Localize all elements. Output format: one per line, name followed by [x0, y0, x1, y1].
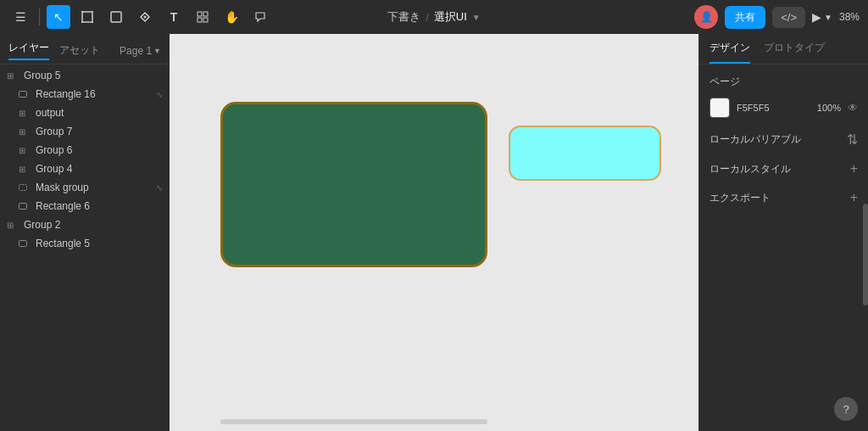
right-panel-scrollbar[interactable]	[863, 204, 868, 305]
local-variables-label: ローカルバリアブル	[709, 132, 801, 147]
file-name[interactable]: 選択UI	[434, 9, 467, 25]
local-styles-label: ローカルスタイル	[709, 162, 791, 176]
group6-icon: ⊞	[19, 146, 31, 155]
canvas-content	[170, 34, 698, 431]
page-dropdown-icon: ▼	[153, 47, 161, 55]
toolbar: ☰ ↖ T	[0, 0, 868, 34]
component-tool-icon[interactable]	[191, 5, 214, 29]
group5-label: Group 5	[24, 70, 163, 81]
layer-list: ⊞ Group 5 Rectangle 16 ∿ ⊞ output ⊞ Grou…	[0, 64, 170, 431]
group4-icon: ⊞	[19, 165, 31, 174]
svg-rect-5	[111, 12, 121, 22]
design-tab[interactable]: デザイン	[709, 41, 750, 64]
local-variables-row: ローカルバリアブル ⇅	[709, 132, 858, 148]
page-section-title: ページ	[709, 75, 858, 89]
local-variables-sort-icon[interactable]: ⇅	[847, 132, 858, 148]
group2-icon: ⊞	[7, 221, 19, 230]
maskgroup-label: Mask group	[36, 182, 151, 193]
play-button[interactable]: ▶ ▼	[812, 10, 832, 24]
page-color-value[interactable]: F5F5F5	[737, 103, 810, 113]
rect5-icon	[19, 239, 31, 249]
rect16-label: Rectangle 16	[36, 88, 151, 100]
draft-label: 下書き	[387, 9, 420, 25]
text-tool-icon[interactable]: T	[162, 5, 186, 29]
svg-rect-9	[198, 18, 202, 22]
export-label: エクスポート	[709, 191, 771, 205]
toolbar-center: 下書き / 選択UI ▼	[387, 9, 481, 25]
zoom-button[interactable]: 38%	[839, 11, 860, 23]
frame-tool-icon[interactable]	[75, 5, 99, 29]
layer-item-group6[interactable]: ⊞ Group 6	[0, 141, 170, 160]
rect5-label: Rectangle 5	[36, 238, 163, 249]
maskgroup-actions: ∿	[156, 183, 163, 193]
share-button[interactable]: 共有	[725, 6, 765, 29]
prototype-tab[interactable]: プロトタイプ	[764, 41, 825, 64]
rect6-label: Rectangle 6	[36, 200, 163, 212]
toolbar-left: ☰ ↖ T	[8, 5, 272, 29]
page-opacity[interactable]: 100%	[817, 103, 841, 113]
rect16-actions: ∿	[156, 90, 163, 99]
group7-icon: ⊞	[19, 127, 31, 137]
page-color-row: F5F5F5 100% 👁	[709, 98, 858, 118]
page-color-swatch[interactable]	[709, 98, 730, 118]
rect6-icon	[19, 202, 31, 211]
group4-label: Group 4	[36, 163, 163, 175]
export-row: エクスポート +	[709, 190, 858, 205]
group6-label: Group 6	[36, 144, 163, 156]
user-avatar[interactable]: 👤	[694, 5, 718, 29]
svg-rect-14	[19, 240, 27, 246]
layer-item-group2[interactable]: ⊞ Group 2	[0, 216, 170, 234]
left-panel-tabs: レイヤー アセット Page 1 ▼	[0, 34, 170, 64]
layers-tab[interactable]: レイヤー	[8, 41, 49, 60]
svg-rect-8	[203, 12, 208, 16]
menu-icon[interactable]: ☰	[8, 5, 32, 29]
layer-item-group7[interactable]: ⊞ Group 7	[0, 122, 170, 141]
output-icon: ⊞	[19, 109, 31, 118]
local-styles-row: ローカルスタイル +	[709, 161, 858, 176]
layer-item-maskgroup[interactable]: Mask group ∿	[0, 178, 170, 197]
group7-label: Group 7	[36, 126, 163, 137]
layer-item-output[interactable]: ⊞ output	[0, 104, 170, 122]
visibility-icon[interactable]: 👁	[848, 102, 858, 114]
local-styles-add-icon[interactable]: +	[850, 161, 858, 176]
divider-1	[39, 8, 40, 25]
layer-item-rectangle16[interactable]: Rectangle 16 ∿	[0, 85, 170, 104]
pen-tool-icon[interactable]	[133, 5, 157, 29]
right-panel-content: ページ F5F5F5 100% 👁 ローカルバリアブル ⇅ ローカルスタイル +…	[699, 64, 868, 431]
group2-label: Group 2	[24, 219, 163, 231]
svg-rect-11	[19, 91, 27, 97]
right-panel: デザイン プロトタイプ ページ F5F5F5 100% 👁 ローカルバリアブル …	[698, 34, 868, 431]
export-add-icon[interactable]: +	[850, 190, 858, 205]
main-layout: レイヤー アセット Page 1 ▼ ⊞ Group 5 Rectangle 1…	[0, 34, 868, 431]
svg-rect-0	[82, 12, 92, 22]
layer-item-group5[interactable]: ⊞ Group 5	[0, 66, 170, 85]
svg-rect-7	[198, 12, 202, 16]
separator: /	[426, 11, 429, 24]
toolbar-right: 👤 共有 </> ▶ ▼ 38%	[694, 5, 860, 29]
right-panel-tabs: デザイン プロトタイプ	[699, 34, 868, 64]
maskgroup-icon	[19, 183, 31, 193]
svg-rect-12	[19, 184, 27, 190]
layer-item-rectangle6[interactable]: Rectangle 6	[0, 197, 170, 216]
svg-rect-10	[203, 18, 208, 22]
canvas-scrollbar-horizontal[interactable]	[220, 419, 487, 424]
help-button[interactable]: ?	[834, 397, 858, 421]
dropdown-icon[interactable]: ▼	[472, 13, 481, 22]
cyan-rectangle[interactable]	[509, 126, 661, 181]
rect16-icon	[19, 90, 31, 99]
hand-tool-icon[interactable]: ✋	[220, 5, 243, 29]
svg-point-6	[144, 16, 147, 19]
layer-item-group4[interactable]: ⊞ Group 4	[0, 160, 170, 178]
green-rectangle[interactable]	[220, 102, 487, 267]
group5-icon: ⊞	[7, 71, 19, 81]
layer-item-rectangle5[interactable]: Rectangle 5	[0, 234, 170, 253]
left-panel: レイヤー アセット Page 1 ▼ ⊞ Group 5 Rectangle 1…	[0, 34, 170, 431]
select-tool-icon[interactable]: ↖	[47, 5, 70, 29]
comment-tool-icon[interactable]	[248, 5, 272, 29]
shape-tool-icon[interactable]	[104, 5, 128, 29]
canvas-area[interactable]	[170, 34, 698, 431]
page-selector[interactable]: Page 1 ▼	[120, 45, 161, 57]
output-label: output	[36, 107, 163, 119]
code-button[interactable]: </>	[772, 7, 805, 28]
assets-tab[interactable]: アセット	[59, 43, 100, 58]
